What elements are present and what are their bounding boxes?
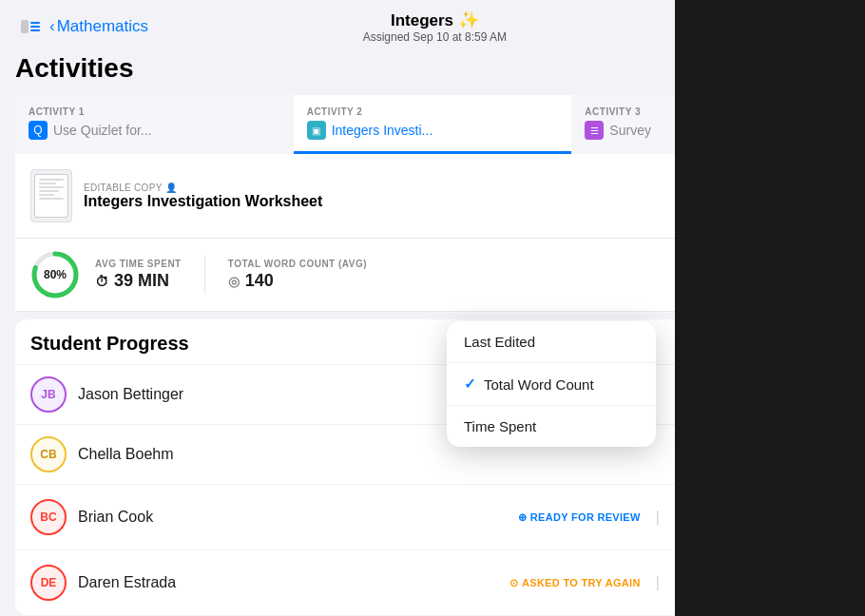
sort-option-time-spent[interactable]: Time Spent xyxy=(447,406,656,447)
last-edited-option: Last Edited xyxy=(464,334,535,350)
sparkle-icon: ✨ xyxy=(458,10,479,29)
time-spent-option: Time Spent xyxy=(464,418,536,434)
back-button[interactable]: ‹ Mathematics xyxy=(49,17,148,36)
avatar: JB xyxy=(30,376,67,413)
student-name: Daren Estrada xyxy=(78,574,498,591)
worksheet-thumbnail xyxy=(30,169,72,222)
tab-3-icon: ☰ xyxy=(585,121,604,140)
progress-circle: 80% xyxy=(30,250,80,299)
status-icon: ⊕ xyxy=(518,511,527,524)
word-count-icon: ◎ xyxy=(228,274,240,289)
page-heading: Integers ✨ xyxy=(363,10,507,30)
pipe-divider: | xyxy=(656,574,660,591)
worksheet-title: Integers Investigation Worksheet xyxy=(84,193,322,210)
sort-option-last-edited[interactable]: Last Edited xyxy=(447,321,656,363)
avg-time-stat: AVG TIME SPENT ⏱ 39 MIN xyxy=(95,259,182,291)
word-count-value: ◎ 140 xyxy=(228,271,367,291)
pipe-divider: | xyxy=(656,509,660,526)
avatar: BC xyxy=(30,499,67,535)
tab-activity-1[interactable]: ACTIVITY 1 Q Use Quizlet for... xyxy=(15,95,294,154)
student-name: Brian Cook xyxy=(78,509,507,526)
tab-1-label: Q Use Quizlet for... xyxy=(29,121,280,140)
tab-2-label: ▣ Integers Investi... xyxy=(307,121,559,140)
sort-dropdown-menu: Last Edited ✓ Total Word Count Time Spen… xyxy=(447,321,656,447)
tab-activity-2[interactable]: ACTIVITY 2 ▣ Integers Investi... xyxy=(294,95,572,154)
avatar: CB xyxy=(30,436,67,472)
svg-rect-0 xyxy=(21,20,29,33)
tab-1-number: ACTIVITY 1 xyxy=(29,106,280,117)
status-icon: ⊙ xyxy=(509,577,518,589)
title-text: Integers xyxy=(391,11,453,29)
worksheet-left: EDITABLE COPY 👤 Integers Investigation W… xyxy=(30,169,322,222)
svg-rect-2 xyxy=(30,26,40,28)
progress-percent: 80% xyxy=(44,268,67,281)
status-badge: ⊙ ASKED TO TRY AGAIN xyxy=(509,577,641,589)
svg-rect-3 xyxy=(30,29,40,31)
worksheet-info: EDITABLE COPY 👤 Integers Investigation W… xyxy=(84,183,322,210)
top-bar-left: ‹ Mathematics xyxy=(15,11,148,42)
tab-1-icon: Q xyxy=(29,121,48,140)
chevron-left-icon: ‹ xyxy=(49,17,55,36)
clock-icon: ⏱ xyxy=(95,274,108,289)
tab-2-icon: ▣ xyxy=(307,121,326,140)
total-word-count-option: Total Word Count xyxy=(484,376,594,393)
tab-2-number: ACTIVITY 2 xyxy=(307,106,559,117)
avg-time-value: ⏱ 39 MIN xyxy=(95,271,182,291)
stats-divider xyxy=(204,256,205,294)
assignment-subtitle: Assigned Sep 10 at 8:59 AM xyxy=(363,30,507,44)
sort-option-total-word-count[interactable]: ✓ Total Word Count xyxy=(447,363,656,406)
status-badge: ⊕ READY FOR REVIEW xyxy=(518,511,641,524)
right-panel-overlay xyxy=(675,0,865,616)
word-count-stat: TOTAL WORD COUNT (AVG) ◎ 140 xyxy=(228,259,367,291)
top-bar-center: Integers ✨ Assigned Sep 10 at 8:59 AM xyxy=(363,10,507,44)
avatar: DE xyxy=(30,565,67,601)
word-count-label: TOTAL WORD COUNT (AVG) xyxy=(228,259,367,269)
avg-time-label: AVG TIME SPENT xyxy=(95,259,182,269)
editable-badge: EDITABLE COPY 👤 xyxy=(84,183,322,193)
svg-rect-1 xyxy=(30,22,40,24)
back-label: Mathematics xyxy=(57,17,148,36)
progress-title: Student Progress xyxy=(30,333,189,355)
checkmark-icon: ✓ xyxy=(464,375,476,393)
sidebar-toggle-button[interactable] xyxy=(15,11,46,42)
